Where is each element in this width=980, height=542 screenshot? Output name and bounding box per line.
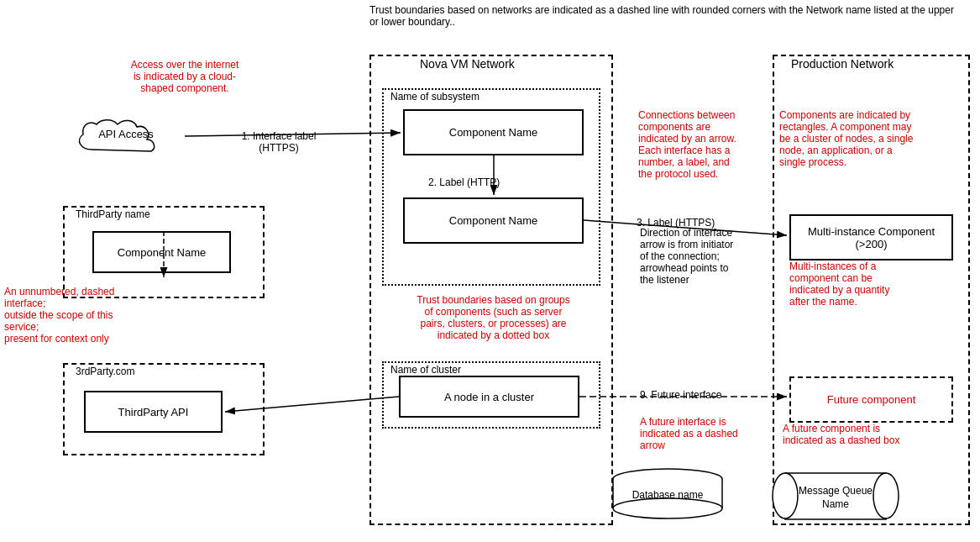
nova-network-label: Nova VM Network (420, 57, 515, 71)
interface-label-2: 2. Label (HTTP) (428, 176, 554, 188)
component2-box: Component Name (403, 197, 584, 244)
annotation-internet: Access over the internetis indicated by … (109, 59, 260, 94)
prod-network-label: Production Network (791, 57, 894, 71)
component5-box: Multi-instance Component (>200) (789, 214, 953, 260)
annotation-multiinstance: Multi-instances of acomponent can beindi… (789, 260, 949, 308)
thirdpartycom-label: 3rdParty.com (76, 366, 134, 377)
svg-text:Message Queue: Message Queue (799, 485, 873, 497)
annotation-direction: Direction of interfacearrow is from init… (640, 227, 762, 286)
svg-point-7 (773, 473, 798, 518)
component4-box: A node in a cluster (399, 376, 579, 418)
thirdparty-label: ThirdParty name (76, 208, 150, 220)
cluster-label: Name of cluster (390, 364, 461, 376)
message-queue-shape: Message Queue Name (768, 469, 903, 524)
diagram-container: Trust boundaries based on networks are i… (0, 0, 980, 542)
annotation-components: Components are indicated byrectangles. A… (779, 109, 960, 168)
component3-box: ThirdParty API (84, 391, 223, 433)
svg-text:Database name: Database name (632, 489, 704, 501)
component6-box: Future component (789, 376, 953, 423)
component1-box: Component Name (403, 109, 584, 155)
database-shape: Database name (609, 466, 726, 521)
annotation-future-interface: A future interface isindicated as a dash… (640, 416, 762, 451)
trust-note-top: Trust boundaries based on networks are i… (369, 4, 957, 28)
cloud-label: API Access (76, 128, 176, 140)
annotation-future-component: A future component isindicated as a dash… (783, 423, 942, 446)
interface-label-9: 9. Future interface (640, 389, 774, 401)
subsystem-label: Name of subsystem (390, 91, 480, 103)
annotation-trust-dotted: Trust boundaries based on groupsof compo… (386, 294, 600, 341)
svg-text:Name: Name (822, 498, 849, 510)
annotation-unnumbered: An unnumbered, dashed interface;outside … (4, 286, 147, 345)
component-thirdparty-inner: Component Name (92, 231, 231, 273)
svg-point-4 (613, 498, 722, 518)
svg-point-8 (873, 473, 899, 518)
annotation-connections: Connections betweencomponents areindicat… (638, 109, 760, 180)
interface-label-1: 1. Interface label(HTTPS) (228, 130, 329, 154)
